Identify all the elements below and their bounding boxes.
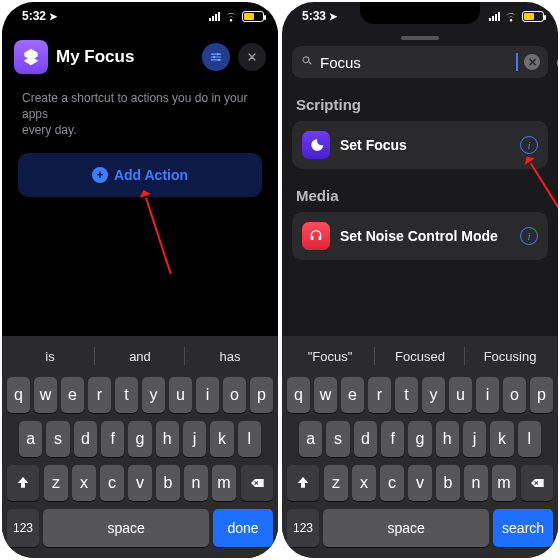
- suggestion[interactable]: Focused: [375, 339, 465, 373]
- suggestion[interactable]: has: [185, 339, 275, 373]
- key-b[interactable]: b: [436, 465, 460, 501]
- key-c[interactable]: c: [380, 465, 404, 501]
- clear-search-button[interactable]: ✕: [524, 54, 540, 70]
- add-action-label: Add Action: [114, 167, 188, 183]
- section-header-scripting: Scripting: [282, 88, 558, 121]
- key-j[interactable]: j: [463, 421, 486, 457]
- key-n[interactable]: n: [184, 465, 208, 501]
- key-z[interactable]: z: [324, 465, 348, 501]
- suggestion[interactable]: and: [95, 339, 185, 373]
- backspace-key[interactable]: [241, 465, 273, 501]
- space-key[interactable]: space: [323, 509, 489, 547]
- key-c[interactable]: c: [100, 465, 124, 501]
- numeric-key[interactable]: 123: [7, 509, 39, 547]
- key-s[interactable]: s: [326, 421, 349, 457]
- keyboard-action-key[interactable]: search: [493, 509, 553, 547]
- search-icon: [300, 54, 314, 71]
- key-x[interactable]: x: [72, 465, 96, 501]
- search-field[interactable]: ✕: [292, 46, 548, 78]
- wifi-icon: [224, 11, 238, 22]
- key-o[interactable]: o: [223, 377, 246, 413]
- key-v[interactable]: v: [408, 465, 432, 501]
- key-w[interactable]: w: [34, 377, 57, 413]
- key-h[interactable]: h: [436, 421, 459, 457]
- key-l[interactable]: l: [518, 421, 541, 457]
- numeric-key[interactable]: 123: [287, 509, 319, 547]
- cancel-button[interactable]: Cancel: [556, 54, 558, 71]
- battery-icon: [522, 11, 544, 22]
- suggestion[interactable]: Focusing: [465, 339, 555, 373]
- key-r[interactable]: r: [368, 377, 391, 413]
- keyboard-action-key[interactable]: done: [213, 509, 273, 547]
- shortcut-title[interactable]: My Focus: [56, 47, 194, 67]
- shift-key[interactable]: [287, 465, 319, 501]
- moon-icon: [302, 131, 330, 159]
- action-set-noise-control[interactable]: Set Noise Control Mode i: [292, 212, 548, 260]
- backspace-key[interactable]: [521, 465, 553, 501]
- search-input[interactable]: [320, 54, 510, 71]
- svg-point-1: [213, 56, 215, 58]
- key-z[interactable]: z: [44, 465, 68, 501]
- action-label: Set Focus: [340, 137, 510, 153]
- key-v[interactable]: v: [128, 465, 152, 501]
- action-set-focus[interactable]: Set Focus i: [292, 121, 548, 169]
- key-t[interactable]: t: [115, 377, 138, 413]
- info-button[interactable]: i: [520, 227, 538, 245]
- key-h[interactable]: h: [156, 421, 179, 457]
- key-y[interactable]: y: [422, 377, 445, 413]
- shortcut-app-icon: [14, 40, 48, 74]
- subtitle: Create a shortcut to actions you do in y…: [2, 82, 278, 153]
- key-a[interactable]: a: [19, 421, 42, 457]
- key-n[interactable]: n: [464, 465, 488, 501]
- settings-button[interactable]: [202, 43, 230, 71]
- keyboard[interactable]: "Focus" Focused Focusing qwertyuiop asdf…: [282, 336, 558, 558]
- plus-icon: +: [92, 167, 108, 183]
- battery-icon: [242, 11, 264, 22]
- key-y[interactable]: y: [142, 377, 165, 413]
- key-g[interactable]: g: [128, 421, 151, 457]
- cell-signal-icon: [209, 12, 220, 21]
- key-s[interactable]: s: [46, 421, 69, 457]
- key-q[interactable]: q: [287, 377, 310, 413]
- key-k[interactable]: k: [490, 421, 513, 457]
- shift-key[interactable]: [7, 465, 39, 501]
- key-f[interactable]: f: [381, 421, 404, 457]
- key-p[interactable]: p: [530, 377, 553, 413]
- key-q[interactable]: q: [7, 377, 30, 413]
- key-b[interactable]: b: [156, 465, 180, 501]
- space-key[interactable]: space: [43, 509, 209, 547]
- key-f[interactable]: f: [101, 421, 124, 457]
- clock: 5:32: [22, 9, 46, 23]
- key-d[interactable]: d: [354, 421, 377, 457]
- key-m[interactable]: m: [212, 465, 236, 501]
- key-e[interactable]: e: [341, 377, 364, 413]
- key-a[interactable]: a: [299, 421, 322, 457]
- close-button[interactable]: [238, 43, 266, 71]
- key-t[interactable]: t: [395, 377, 418, 413]
- key-r[interactable]: r: [88, 377, 111, 413]
- key-g[interactable]: g: [408, 421, 431, 457]
- key-m[interactable]: m: [492, 465, 516, 501]
- text-caret: [516, 53, 518, 71]
- key-w[interactable]: w: [314, 377, 337, 413]
- key-d[interactable]: d: [74, 421, 97, 457]
- key-k[interactable]: k: [210, 421, 233, 457]
- key-i[interactable]: i: [476, 377, 499, 413]
- wifi-icon: [504, 11, 518, 22]
- notch: [80, 2, 200, 24]
- key-i[interactable]: i: [196, 377, 219, 413]
- key-x[interactable]: x: [352, 465, 376, 501]
- key-u[interactable]: u: [169, 377, 192, 413]
- key-e[interactable]: e: [61, 377, 84, 413]
- key-o[interactable]: o: [503, 377, 526, 413]
- key-j[interactable]: j: [183, 421, 206, 457]
- notch: [360, 2, 480, 24]
- suggestion[interactable]: "Focus": [285, 339, 375, 373]
- svg-point-0: [217, 53, 219, 55]
- keyboard[interactable]: is and has qwertyuiop asdfghjkl zxcvbnm …: [2, 336, 278, 558]
- sheet-grabber[interactable]: [401, 36, 439, 40]
- suggestion[interactable]: is: [5, 339, 95, 373]
- key-u[interactable]: u: [449, 377, 472, 413]
- key-p[interactable]: p: [250, 377, 273, 413]
- key-l[interactable]: l: [238, 421, 261, 457]
